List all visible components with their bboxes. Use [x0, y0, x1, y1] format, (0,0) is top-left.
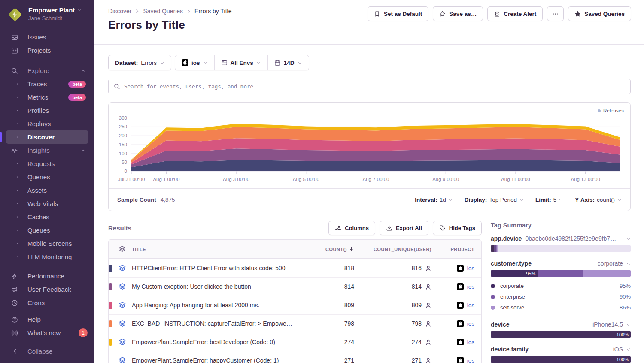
tag-legend-item[interactable]: corporate95% [491, 281, 631, 291]
org-name: Empower Plant [28, 6, 75, 14]
tag-key: app.device [491, 235, 522, 242]
table-row[interactable]: EXC_BAD_INSTRUCTION: captureFatalError: … [109, 314, 481, 333]
hide-tags-button[interactable]: Hide Tags [433, 221, 482, 235]
tag-section-toggle[interactable]: customer.type corporate [491, 260, 631, 267]
display-dropdown[interactable]: Display:Top Period [465, 197, 524, 203]
column-header-count-unique[interactable]: COUNT_UNIQUE(USER) [354, 247, 431, 252]
layers-icon [118, 245, 126, 253]
create-alert-button[interactable]: Create Alert [487, 6, 543, 21]
table-row[interactable]: EmpowerPlant.SampleError: bestDeveloper … [109, 333, 481, 351]
project-link[interactable]: ios [467, 321, 474, 327]
search-bar[interactable] [108, 79, 631, 94]
count-unique-cell: 809 [354, 302, 431, 309]
sidebar-item-llm-monitoring[interactable]: LLM Monitoring [6, 250, 88, 263]
tag-legend-item[interactable]: self-serve86% [491, 302, 631, 313]
sort-descending-icon [349, 246, 354, 252]
sidebar-item-metrics[interactable]: Metricsbeta [6, 91, 88, 104]
project-link[interactable]: ios [467, 265, 474, 272]
error-title-link[interactable]: EmpowerPlant.SampleError: happyCustomer … [132, 357, 303, 363]
sidebar-item-queues[interactable]: Queues [6, 224, 88, 237]
sidebar-item-label: Performance [27, 272, 64, 280]
org-switcher[interactable]: Empower Plant Jane Schmidt [0, 0, 94, 27]
error-title-link[interactable]: EmpowerPlant.SampleError: bestDeveloper … [132, 339, 303, 345]
help-icon [11, 316, 18, 323]
sidebar-item-performance[interactable]: Performance [6, 269, 88, 283]
interval-dropdown[interactable]: Interval:1d [415, 197, 453, 203]
environment-filter[interactable]: All Envs [214, 55, 267, 70]
dataset-selector[interactable]: Dataset: Errors [108, 55, 171, 70]
sidebar-item-user-feedback[interactable]: User Feedback [6, 283, 88, 296]
y-axis-dropdown[interactable]: Y-Axis:count() [575, 197, 622, 203]
error-title-link[interactable]: My Custom exeption: User clicked the but… [132, 283, 303, 290]
sidebar-item-replays[interactable]: Replays [6, 117, 88, 130]
sidebar-item-label: Crons [27, 299, 45, 306]
tag-summary-title: Tag Summary [491, 222, 631, 229]
sidebar-item-what-s-new[interactable]: What's new1 [6, 326, 88, 339]
tag-legend-item[interactable]: enterprise90% [491, 291, 631, 302]
date-range-filter[interactable]: 14D [267, 55, 309, 70]
tag-section-device-family: device.family iOS 100% [491, 346, 631, 363]
sidebar-item-explore[interactable]: Explore [6, 64, 88, 77]
table-row[interactable]: EmpowerPlant.SampleError: happyCustomer … [109, 351, 481, 363]
sample-count: Sample Count 4,875 [117, 197, 175, 203]
sidebar-item-caches[interactable]: Caches [6, 210, 88, 224]
results-buttons: ColumnsExport AllHide Tags [328, 221, 482, 235]
svg-text:Aug 1 00:00: Aug 1 00:00 [153, 177, 179, 182]
project-filter[interactable]: ios [175, 55, 214, 70]
limit-dropdown[interactable]: Limit:5 [535, 197, 563, 203]
sidebar-item-help[interactable]: Help [6, 313, 88, 326]
sidebar-item-web-vitals[interactable]: Web Vitals [6, 197, 88, 210]
sidebar-item-traces[interactable]: Tracesbeta [6, 77, 88, 91]
sidebar-item-mobile-screens[interactable]: Mobile Screens [6, 237, 88, 250]
table-row[interactable]: App Hanging: App hanging for at least 20… [109, 296, 481, 314]
save-as-button[interactable]: Save as… [433, 6, 483, 21]
table-row[interactable]: My Custom exeption: User clicked the but… [109, 277, 481, 296]
sidebar-item-profiles[interactable]: Profiles [6, 104, 88, 117]
columns-button[interactable]: Columns [328, 221, 375, 235]
error-title-link[interactable]: App Hanging: App hanging for at least 20… [132, 302, 303, 309]
more-options-button[interactable] [547, 6, 564, 21]
bullet-icon [17, 110, 18, 111]
project-link[interactable]: ios [467, 339, 474, 345]
apple-icon [457, 265, 464, 272]
sidebar-item-crons[interactable]: Crons [6, 296, 88, 309]
tag-section-toggle[interactable]: device.family iOS [491, 346, 631, 353]
tag-section-toggle[interactable]: app.device 0baebc0de4982f1255f2e9e9fb7… [491, 235, 631, 242]
apple-icon [182, 59, 188, 66]
export-all-button[interactable]: Export All [380, 221, 428, 235]
sidebar-collapse-button[interactable]: Collapse [0, 345, 94, 358]
column-header-count[interactable]: COUNT() [303, 246, 354, 252]
error-title-link[interactable]: EXC_BAD_INSTRUCTION: captureFatalError: … [132, 320, 303, 327]
project-link[interactable]: ios [467, 284, 474, 290]
sidebar-item-requests[interactable]: Requests [6, 157, 88, 170]
project-cell: ios [431, 339, 474, 345]
sidebar-item-assets[interactable]: Assets [6, 184, 88, 197]
set-as-default-button[interactable]: Set as Default [368, 6, 428, 21]
sidebar-item-issues[interactable]: Issues [6, 30, 88, 44]
sidebar-item-projects[interactable]: Projects [6, 44, 88, 57]
chart-panel: Releases 050100150200250300Jul 31 00:00A… [108, 102, 631, 211]
project-link[interactable]: ios [467, 357, 474, 363]
tag-icon [439, 225, 446, 231]
project-link[interactable]: ios [467, 302, 474, 309]
control-label: Display: [465, 197, 487, 203]
svg-text:Aug 7 00:00: Aug 7 00:00 [362, 177, 389, 182]
error-title-link[interactable]: HTTPClientError: HTTP Client Error with … [132, 265, 303, 272]
sidebar-item-insights[interactable]: Insights [6, 144, 88, 157]
search-input[interactable] [124, 83, 625, 90]
chart-legend-releases[interactable]: Releases [598, 108, 624, 113]
sidebar-item-queries[interactable]: Queries [6, 170, 88, 184]
saved-queries-button[interactable]: Saved Queries [568, 6, 631, 21]
tag-section-toggle[interactable]: device iPhone14,5 [491, 321, 631, 328]
sidebar-item-label: Traces [27, 80, 47, 88]
svg-text:Aug 9 00:00: Aug 9 00:00 [432, 177, 459, 182]
button-label: Save as… [449, 11, 477, 17]
breadcrumb-discover[interactable]: Discover [108, 8, 131, 15]
table-row[interactable]: HTTPClientError: HTTP Client Error with … [109, 259, 481, 277]
sidebar-item-label: Insights [27, 147, 50, 154]
column-header-project[interactable]: PROJECT [431, 247, 474, 252]
page-header: DiscoverSaved QueriesErrors by Title Err… [94, 0, 644, 45]
breadcrumb-saved-queries[interactable]: Saved Queries [143, 8, 183, 15]
sidebar-item-discover[interactable]: Discover [6, 130, 88, 144]
column-header-title[interactable]: TITLE [132, 247, 303, 252]
